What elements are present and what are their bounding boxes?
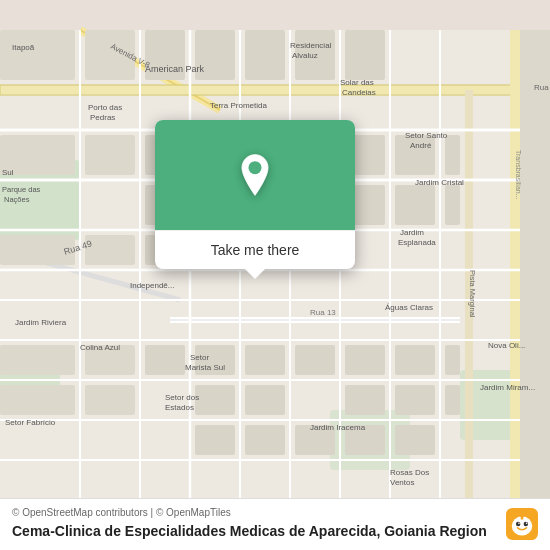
svg-text:Pedras: Pedras <box>90 113 115 122</box>
svg-rect-71 <box>395 345 435 375</box>
svg-text:Porto das: Porto das <box>88 103 122 112</box>
svg-text:Nova Oli...: Nova Oli... <box>488 341 525 350</box>
svg-rect-34 <box>85 135 135 175</box>
moovit-icon-svg <box>506 508 538 540</box>
popup-tail <box>245 269 265 279</box>
svg-rect-63 <box>345 30 385 80</box>
svg-rect-36 <box>85 235 135 265</box>
svg-rect-76 <box>445 345 460 375</box>
svg-text:Setor Santo: Setor Santo <box>405 131 448 140</box>
svg-text:Residencial: Residencial <box>290 41 332 50</box>
svg-text:Nações: Nações <box>4 195 30 204</box>
place-name: Cema-Clinica de Especialidades Medicas d… <box>12 522 538 540</box>
popup-action[interactable]: Take me there <box>155 230 355 269</box>
svg-rect-55 <box>245 345 285 375</box>
svg-text:Pista Marginal: Pista Marginal <box>468 270 477 318</box>
svg-text:André: André <box>410 141 432 150</box>
moovit-logo <box>506 508 538 540</box>
svg-rect-39 <box>0 385 75 415</box>
svg-text:Águas Claras: Águas Claras <box>385 303 433 312</box>
svg-rect-57 <box>245 425 285 455</box>
svg-rect-67 <box>345 385 385 415</box>
svg-text:Marista Sul: Marista Sul <box>185 363 225 372</box>
take-me-there-button[interactable]: Take me there <box>211 242 300 258</box>
svg-text:Alvaluz: Alvaluz <box>292 51 318 60</box>
svg-rect-124 <box>521 516 524 520</box>
svg-rect-51 <box>195 425 235 455</box>
svg-rect-78 <box>520 30 550 520</box>
svg-point-121 <box>518 523 520 525</box>
svg-text:Colina Azul: Colina Azul <box>80 343 120 352</box>
svg-text:Setor Fabrício: Setor Fabrício <box>5 418 56 427</box>
svg-text:American Park: American Park <box>145 64 205 74</box>
svg-text:Candeias: Candeias <box>342 88 376 97</box>
popup-pin <box>233 153 277 197</box>
svg-text:Rua 3: Rua 3 <box>534 83 550 92</box>
svg-rect-70 <box>395 185 435 225</box>
svg-rect-73 <box>395 425 435 455</box>
svg-text:Itapoã: Itapoã <box>12 43 35 52</box>
svg-rect-45 <box>145 345 185 375</box>
svg-text:Jardim: Jardim <box>400 228 424 237</box>
svg-text:Setor: Setor <box>190 353 209 362</box>
svg-text:Parque das: Parque das <box>2 185 41 194</box>
svg-text:Jardim Miram...: Jardim Miram... <box>480 383 535 392</box>
svg-rect-56 <box>245 385 285 415</box>
svg-text:Setor dos: Setor dos <box>165 393 199 402</box>
svg-point-120 <box>524 522 528 526</box>
popup-map-area <box>155 120 355 230</box>
map-svg: American Park Rua 49 Jardim Riviera Coli… <box>0 0 550 550</box>
svg-text:Independê...: Independê... <box>130 281 174 290</box>
bottom-bar: © OpenStreetMap contributors | © OpenMap… <box>0 498 550 550</box>
svg-rect-37 <box>0 345 75 375</box>
svg-text:Transbrasilian...: Transbrasilian... <box>515 150 522 200</box>
svg-rect-72 <box>395 385 435 415</box>
svg-text:Rua 13: Rua 13 <box>310 308 336 317</box>
svg-text:Jardim Cristal: Jardim Cristal <box>415 178 464 187</box>
svg-text:Ventos: Ventos <box>390 478 414 487</box>
svg-rect-50 <box>195 385 235 415</box>
attribution-text: © OpenStreetMap contributors | © OpenMap… <box>12 507 538 518</box>
svg-text:Jardim Iracema: Jardim Iracema <box>310 423 366 432</box>
svg-rect-52 <box>245 30 285 80</box>
svg-rect-40 <box>85 385 135 415</box>
svg-text:Sul: Sul <box>2 168 14 177</box>
map-container: American Park Rua 49 Jardim Riviera Coli… <box>0 0 550 550</box>
svg-point-119 <box>516 522 520 526</box>
svg-text:Estados: Estados <box>165 403 194 412</box>
svg-rect-75 <box>445 185 460 225</box>
svg-rect-74 <box>445 135 460 175</box>
svg-rect-77 <box>445 385 460 415</box>
svg-point-122 <box>526 523 528 525</box>
svg-point-116 <box>248 161 261 174</box>
svg-text:Jardim Riviera: Jardim Riviera <box>15 318 67 327</box>
svg-text:Rosas Dos: Rosas Dos <box>390 468 429 477</box>
popup-card: Take me there <box>155 120 355 269</box>
svg-rect-66 <box>345 345 385 375</box>
svg-rect-61 <box>295 345 335 375</box>
svg-text:Esplanada: Esplanada <box>398 238 436 247</box>
svg-text:Solar das: Solar das <box>340 78 374 87</box>
svg-rect-31 <box>0 30 75 80</box>
svg-text:Terra Prometida: Terra Prometida <box>210 101 267 110</box>
